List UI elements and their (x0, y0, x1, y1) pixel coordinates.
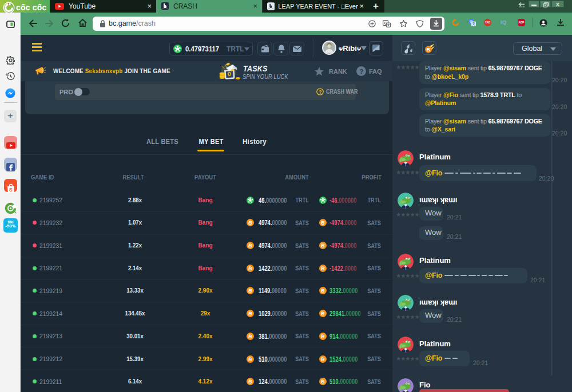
svg-text:?: ? (359, 68, 363, 75)
svg-text:?: ? (319, 89, 321, 95)
svg-text:S: S (9, 187, 13, 193)
